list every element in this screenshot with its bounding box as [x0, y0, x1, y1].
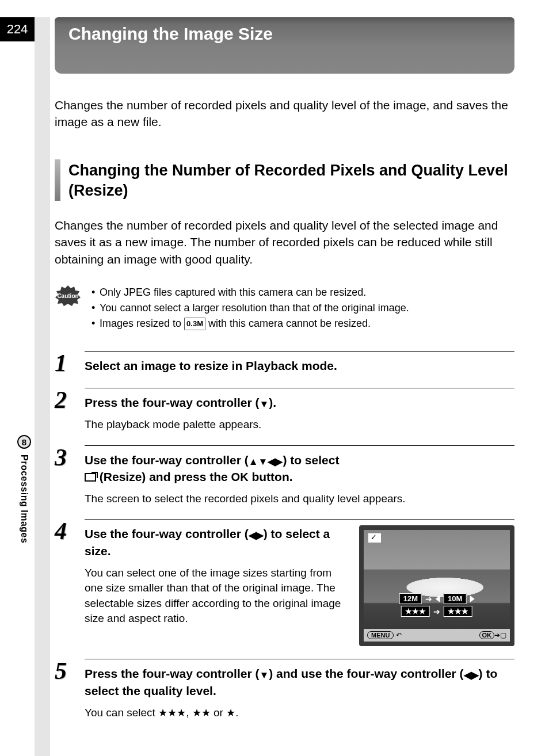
- right-triangle-icon: ▶: [256, 530, 264, 541]
- step-heading: Press the four-way controller (▼) and us…: [85, 665, 514, 699]
- quality-to-badge: ★★★: [444, 606, 472, 617]
- step-description: The screen to select the recorded pixels…: [85, 491, 514, 507]
- chapter-number-badge: 8: [17, 435, 31, 449]
- two-star-icon: ★★: [192, 707, 211, 719]
- three-star-icon: ★★★: [158, 707, 186, 719]
- back-arrow-icon: ↶: [396, 631, 402, 639]
- step-heading: Press the four-way controller (▼).: [85, 394, 514, 411]
- resize-icon: [85, 473, 96, 482]
- step-description: You can select one of the image sizes st…: [85, 566, 350, 627]
- chapter-title-vertical: Processing Images: [19, 455, 29, 543]
- step-3: 3 Use the four-way controller (▲▼◀▶) to …: [55, 445, 514, 507]
- checkmark-icon: [368, 533, 381, 543]
- down-triangle-icon: ▼: [259, 670, 269, 681]
- caution-item: Images resized to 0.3M with this camera …: [92, 316, 409, 331]
- quality-from-badge: ★★★: [401, 606, 430, 617]
- menu-button-label: MENU: [367, 631, 394, 639]
- intro-paragraph: Changes the number of recorded pixels an…: [55, 97, 514, 131]
- page-content: Changing the Image Size Changes the numb…: [55, 0, 514, 720]
- step-heading: Use the four-way controller (▲▼◀▶) to se…: [85, 452, 514, 486]
- down-triangle-icon: ▼: [258, 456, 268, 467]
- right-triangle-icon: ▶: [275, 456, 283, 467]
- subsection-intro: Changes the number of recorded pixels an…: [55, 217, 514, 268]
- step-number: 3: [55, 445, 72, 469]
- svg-text:Caution: Caution: [57, 293, 78, 299]
- left-triangle-icon: ◀: [268, 456, 275, 467]
- subsection: Changing the Number of Recorded Pixels a…: [55, 159, 514, 268]
- step-number: 1: [55, 351, 72, 375]
- resolution-badge: 0.3M: [184, 318, 205, 330]
- step-5: 5 Press the four-way controller (▼) and …: [55, 659, 514, 720]
- camera-lcd-preview: 12M ➔ 10M ★★★ ➔ ★★★: [359, 525, 514, 646]
- step-number: 5: [55, 659, 72, 683]
- confirm-icon: ➔▢: [494, 631, 506, 639]
- arrow-right-icon: ➔: [433, 607, 440, 616]
- caution-item: Only JPEG files captured with this camer…: [92, 285, 409, 300]
- step-description: The playback mode palette appears.: [85, 417, 514, 433]
- chapter-sidebar: 8 Processing Images: [17, 435, 31, 543]
- page-number: 224: [0, 17, 35, 41]
- ok-button-label: OK: [479, 631, 495, 639]
- left-triangle-icon: ◀: [249, 530, 256, 541]
- size-from-badge: 12M: [399, 593, 422, 604]
- step-4: 4 Use the four-way controller (◀▶) to se…: [55, 519, 514, 646]
- caution-icon: Caution: [55, 285, 81, 307]
- step-number: 2: [55, 388, 72, 412]
- size-selector-overlay: 12M ➔ 10M ★★★ ➔ ★★★: [399, 593, 475, 618]
- steps-list: 1 Select an image to resize in Playback …: [55, 351, 514, 720]
- caution-item: You cannot select a larger resolution th…: [92, 300, 409, 316]
- caution-list: Only JPEG files captured with this camer…: [92, 285, 409, 331]
- subsection-title: Changing the Number of Recorded Pixels a…: [68, 159, 514, 201]
- arrow-right-icon: ➔: [425, 594, 432, 604]
- up-triangle-icon: ▲: [249, 456, 258, 467]
- step-heading: Use the four-way controller (◀▶) to sele…: [85, 525, 350, 559]
- right-triangle-icon: [470, 595, 474, 602]
- left-triangle-icon: [436, 595, 440, 602]
- page-title-banner: Changing the Image Size: [55, 17, 514, 74]
- lcd-footer: MENU ↶ OK➔▢: [364, 629, 510, 642]
- page-gutter: [35, 17, 50, 733]
- caution-block: Caution Only JPEG files captured with th…: [55, 285, 514, 331]
- left-triangle-icon: ◀: [464, 670, 471, 681]
- step-2: 2 Press the four-way controller (▼). The…: [55, 388, 514, 432]
- step-number: 4: [55, 519, 72, 543]
- step-description: You can select ★★★, ★★ or ★.: [85, 705, 514, 721]
- right-triangle-icon: ▶: [471, 670, 479, 681]
- ok-label: OK: [231, 471, 249, 483]
- one-star-icon: ★: [226, 707, 235, 719]
- size-to-badge: 10M: [444, 593, 466, 604]
- accent-bar: [55, 159, 60, 201]
- step-1: 1 Select an image to resize in Playback …: [55, 351, 514, 375]
- step-heading: Select an image to resize in Playback mo…: [85, 357, 514, 374]
- down-triangle-icon: ▼: [259, 399, 269, 410]
